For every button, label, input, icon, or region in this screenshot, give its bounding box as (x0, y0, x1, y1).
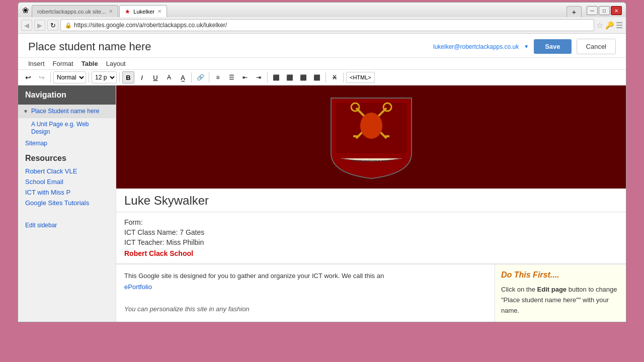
align-center-button[interactable]: ⬛ (284, 71, 296, 83)
settings-icon[interactable]: ☰ (616, 21, 623, 30)
window-icon: ❀ (22, 6, 29, 15)
unordered-list-button[interactable]: ☰ (225, 71, 237, 83)
nav-unit-label[interactable]: A Unit Page e.g. Web Design (31, 121, 89, 135)
star-icon[interactable]: ☆ (596, 21, 603, 30)
left-text-1: This Google site is designed for you to … (124, 272, 384, 280)
size-select[interactable]: 12 pt (92, 71, 117, 83)
sidebar-link-email[interactable]: School Email (18, 176, 116, 187)
navigation-header: Navigation (18, 85, 116, 105)
edit-sidebar-button[interactable]: Edit sidebar (18, 218, 116, 232)
undo-button[interactable]: ↩ (22, 71, 34, 83)
sidebar: Navigation ▼ Place Student name here A U… (18, 85, 116, 322)
left-text-2: You can personalize this site in any fas… (124, 305, 250, 313)
menu-format[interactable]: Format (53, 60, 73, 67)
bold-button[interactable]: B (122, 71, 134, 83)
sidebar-link-google[interactable]: Google Sites Tutorials (18, 198, 116, 208)
forward-button[interactable]: ▶ (34, 20, 45, 31)
underline-button[interactable]: U (149, 71, 162, 83)
toolbar-divider-2 (89, 72, 89, 82)
toolbar-divider-5 (209, 72, 209, 82)
right-panel: Do This First.... Click on the Edit page… (495, 264, 626, 322)
right-text-1: Click on the (501, 286, 537, 293)
lukelker-favicon: ★ (125, 8, 130, 15)
indent-right-button[interactable]: ⇥ (253, 71, 265, 83)
main-content: FORTI DIFFICILE NIHIL Form: ICT Class Na… (116, 85, 626, 322)
user-account: lukelker@robertclackapps.co.uk (433, 43, 519, 50)
sidebar-link-ict[interactable]: ICT with Miss P (18, 187, 116, 198)
page-title-input[interactable] (28, 40, 433, 53)
tab-active-label: Lukelker (133, 9, 154, 15)
ordered-list-button[interactable]: ≡ (212, 71, 224, 83)
page-title-row (116, 189, 626, 212)
page-content-area: Form: ICT Class Name: 7 Gates ICT Teache… (116, 189, 626, 322)
indent-left-button[interactable]: ⇤ (239, 71, 251, 83)
lock-icon: 🔒 (65, 22, 72, 29)
sidebar-link-vle[interactable]: Robert Clack VLE (18, 166, 116, 176)
back-button[interactable]: ◀ (21, 20, 32, 31)
edit-page-label: Edit page (537, 286, 567, 293)
strikethrough-button[interactable]: X (329, 71, 341, 83)
school-name: Robert Clack School (124, 249, 618, 257)
toolbar-divider-3 (119, 72, 120, 82)
ict-class: ICT Class Name: 7 Gates (124, 228, 618, 236)
align-right-button[interactable]: ⬛ (297, 71, 309, 83)
sitemap-label[interactable]: Sitemap (25, 140, 47, 147)
left-content: This Google site is designed for you to … (116, 264, 495, 322)
form-label: Form: (124, 218, 618, 226)
do-this-first-label: Do This First.... (501, 270, 620, 280)
svg-point-8 (364, 113, 378, 125)
edit-sidebar-label[interactable]: Edit sidebar (25, 222, 57, 229)
link-button[interactable]: 🔗 (194, 71, 206, 83)
vle-link[interactable]: Robert Clack VLE (25, 167, 77, 175)
account-dropdown-icon[interactable]: ▼ (524, 44, 529, 49)
nav-subitem-unit[interactable]: A Unit Page e.g. Web Design (18, 118, 116, 137)
save-button[interactable]: Save (534, 39, 571, 54)
school-email-link[interactable]: School Email (25, 178, 63, 186)
tab-active-close[interactable]: ✕ (157, 9, 162, 14)
highlight-button[interactable]: A̲ (177, 71, 189, 83)
svg-rect-5 (353, 135, 357, 137)
svg-text:FORTI  DIFFICILE  NIHIL: FORTI DIFFICILE NIHIL (352, 159, 390, 163)
arrow-down-icon: ▼ (23, 109, 28, 114)
url-text: https://sites.google.com/a/robertclackap… (74, 22, 227, 29)
menu-insert[interactable]: Insert (28, 60, 45, 67)
tab-active[interactable]: ★ Lukelker ✕ (119, 5, 167, 17)
menu-table[interactable]: Table (82, 60, 98, 67)
svg-rect-6 (385, 135, 389, 137)
toolbar-divider-7 (326, 72, 326, 82)
align-left-button[interactable]: ⬛ (270, 71, 282, 83)
key-icon[interactable]: 🔑 (605, 21, 614, 29)
redo-button[interactable]: ↪ (36, 71, 48, 83)
maximize-button[interactable]: □ (599, 6, 610, 15)
toolbar-divider-8 (343, 72, 344, 82)
nav-sitemap[interactable]: Sitemap (18, 137, 116, 149)
tab-inactive-close[interactable]: ✕ (109, 9, 113, 14)
toolbar-divider-6 (267, 72, 268, 82)
school-header: FORTI DIFFICILE NIHIL (116, 85, 626, 189)
bottom-section: This Google site is designed for you to … (116, 264, 626, 322)
right-panel-text: Click on the Edit page button to change … (501, 285, 620, 316)
google-sites-link[interactable]: Google Sites Tutorials (25, 199, 89, 207)
toolbar-divider-1 (50, 72, 51, 82)
minimize-button[interactable]: ─ (587, 6, 598, 15)
ict-miss-p-link[interactable]: ICT with Miss P (25, 189, 70, 196)
tab-inactive[interactable]: robertclackapps.co.uk site... ✕ (32, 5, 118, 17)
close-button[interactable]: ✕ (611, 6, 622, 15)
cancel-button[interactable]: Cancel (577, 39, 616, 54)
toolbar-divider-4 (191, 72, 192, 82)
info-section: Form: ICT Class Name: 7 Gates ICT Teache… (116, 212, 626, 264)
new-tab-button[interactable]: + (567, 6, 582, 17)
nav-student-label[interactable]: Place Student name here (31, 108, 99, 115)
text-color-button[interactable]: A (163, 71, 175, 83)
menu-layout[interactable]: Layout (106, 60, 126, 67)
html-button[interactable]: <HTML> (346, 72, 375, 83)
style-select[interactable]: Normal (53, 71, 86, 83)
url-bar[interactable]: 🔒 https://sites.google.com/a/robertclack… (60, 19, 594, 31)
italic-button[interactable]: I (136, 71, 148, 83)
eportfolio-link[interactable]: ePortfolio (124, 283, 152, 291)
page-name-field[interactable] (124, 194, 618, 208)
reload-button[interactable]: ↻ (47, 20, 58, 31)
justify-button[interactable]: ⬛ (311, 71, 323, 83)
resources-header: Resources (18, 149, 116, 166)
nav-item-student[interactable]: ▼ Place Student name here (18, 105, 116, 118)
